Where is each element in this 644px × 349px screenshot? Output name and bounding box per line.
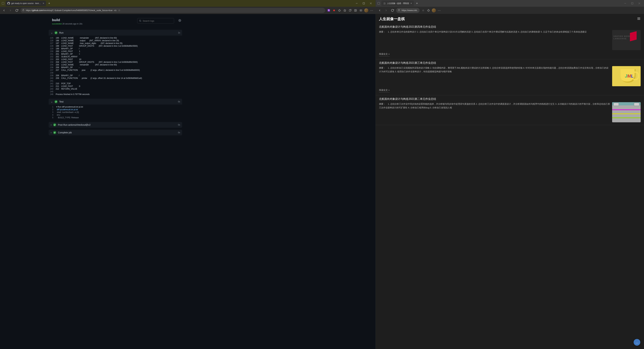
log-line: 226196 LOAD_NAME output (INT_ARRAY, decl… — [49, 39, 182, 42]
onenote-ext-icon[interactable]: N — [326, 8, 331, 13]
log-line: 232202 SUBSCR_ARRAY — [49, 55, 182, 58]
forward-button[interactable] — [384, 8, 389, 13]
post-thumb: JML — [612, 66, 641, 86]
favorites-icon[interactable] — [342, 8, 347, 13]
favorite-icon[interactable]: ☆ — [420, 8, 426, 13]
chevron-down-icon: ⌄ — [51, 31, 53, 34]
log-line: 231201 BINARY_OP + — [49, 53, 182, 55]
svg-point-13 — [180, 20, 180, 21]
log-line: 227197 LOAD_NAME max_output_digits (INT,… — [49, 42, 182, 45]
url-input[interactable]: https://github.com/kevintsq/C-Subset-Com… — [20, 8, 325, 13]
collections-icon[interactable] — [348, 8, 353, 13]
step-complete-header[interactable]: › Complete job 0s — [49, 130, 182, 135]
settings-gear-icon[interactable] — [178, 18, 182, 23]
log-line: 229199 BINARY_OP / — [49, 47, 182, 50]
back-button[interactable] — [1, 8, 7, 13]
svg-marker-5 — [344, 9, 346, 12]
log-line: 246Process finished in 0.797798 seconds — [49, 93, 182, 96]
log-line: 228198 LOAD_FAST GROUP_DIGITS (INT, decl… — [49, 45, 182, 47]
read-more-link[interactable]: 阅读全文 » — [379, 88, 390, 93]
close-window-button[interactable] — [368, 1, 374, 6]
lock-icon — [22, 9, 24, 12]
check-icon — [54, 31, 58, 34]
post-excerpt: 摘要： 1. 总结本单元作业的架构设计 2. 总结自己在四个单元中架构设计及OO… — [379, 30, 610, 34]
maximize-button[interactable] — [360, 1, 367, 6]
blog-post: 北航面向对象设计与构造2021第四单元作业总结 摘要： 1. 总结本单元作业的架… — [376, 23, 644, 59]
read-more-link[interactable]: 阅读全文 » — [379, 52, 390, 56]
player-icon[interactable] — [358, 8, 364, 13]
minimize-button[interactable] — [353, 1, 360, 6]
check-icon — [53, 123, 56, 126]
url-text: https://www.cnb… — [402, 9, 418, 12]
hamburger-icon[interactable] — [637, 17, 641, 21]
new-tab-button[interactable]: + — [415, 2, 419, 5]
log-line: 243211 LOAD_FAST 0 — [49, 85, 182, 88]
step-test-header[interactable]: ⌄ Test 0s — [49, 99, 182, 105]
close-window-button[interactable] — [636, 1, 643, 6]
profile-avatar[interactable] — [364, 8, 369, 13]
check-icon — [53, 131, 56, 134]
record-ext-icon[interactable] — [332, 8, 336, 13]
maximize-button[interactable] — [629, 1, 636, 6]
extensions-icon[interactable] — [337, 8, 342, 13]
browser-tab[interactable]: ◳ 人生就像一盘棋 - 博客园 ✕ — [381, 1, 414, 6]
post-title[interactable]: 北航面向对象设计与构造2021第三单元作业总结 — [379, 61, 641, 65]
browser-tab[interactable]: get ready to open source · kevint… ✕ — [6, 1, 46, 6]
svg-rect-1 — [363, 3, 364, 4]
github-icon — [8, 2, 10, 5]
forward-button[interactable] — [8, 8, 13, 13]
log-line: 236206 BINARY_OP - — [49, 66, 182, 69]
step-run-header[interactable]: ⌄ Run 1s — [49, 30, 182, 36]
reload-button[interactable] — [14, 8, 20, 13]
screenshot-icon[interactable] — [353, 8, 358, 13]
minimize-button[interactable] — [622, 1, 628, 6]
post-title[interactable]: 北航面向对象设计与构造2021第二单元作业总结 — [379, 97, 641, 101]
menu-icon[interactable]: ⋯ — [437, 8, 442, 13]
titlebar-left: get ready to open source · kevint… ✕ + — [0, 0, 376, 7]
svg-line-12 — [141, 21, 141, 22]
svg-rect-15 — [632, 3, 633, 4]
log-line: 245 — [49, 90, 182, 93]
log-line: 244212 RETURN_VALUE — [49, 88, 182, 90]
fab-button[interactable]: … — [634, 339, 640, 346]
post-thumb: UNIFIED MODELING LANGUAGE — [612, 30, 641, 50]
translate-icon[interactable]: aあ — [114, 9, 117, 12]
profile-avatar[interactable] — [431, 8, 436, 13]
address-bar: https://github.com/kevintsq/C-Subset-Com… — [0, 7, 376, 14]
step-postrun-header[interactable]: › Post Run actions/checkout@v2 0s — [49, 122, 182, 128]
log-line: 4 env: — [49, 114, 182, 116]
post-excerpt: 摘要： 1. 总结分析自己实现规格所采取的设计策略 2. 结合课程内容，整理基于… — [379, 66, 610, 74]
blog-post: 北航面向对象设计与构造2021第二单元作业总结 摘要： 1. 总结分析三次作业中… — [376, 95, 644, 125]
log-line: 225195 LOAD_NAME remainder (INT, declare… — [49, 37, 182, 39]
chevron-right-icon: › — [51, 131, 52, 134]
new-tab-button[interactable]: + — [47, 2, 52, 5]
log-line: 3 shell: /usr/bin/bash -e {0} — [49, 111, 182, 114]
reload-button[interactable] — [390, 8, 395, 13]
workflow-header: build succeeded 28 seconds ago in 16s — [49, 17, 182, 28]
blog-content: 人生就像一盘棋 北航面向对象设计与构造2021第四单元作业总结 摘要： 1. 总… — [376, 14, 644, 349]
site-icon: ◳ — [383, 2, 386, 5]
log-line: 2 diff pcoderesult.txt pi.txt — [49, 108, 182, 111]
menu-icon[interactable]: ⋯ — [369, 8, 374, 13]
log-line: 234204 LOAD_FAST GROUP_DIGITS (INT, decl… — [49, 61, 182, 64]
close-tab-icon[interactable]: ✕ — [410, 2, 412, 5]
favorite-icon[interactable]: ☆ — [118, 9, 120, 12]
svg-point-8 — [355, 10, 356, 10]
titlebar-right: ◳ 人生就像一盘棋 - 博客园 ✕ + — [376, 0, 644, 7]
tab-overview-button[interactable] — [1, 2, 5, 5]
svg-rect-6 — [349, 10, 351, 11]
back-button[interactable] — [377, 8, 382, 13]
log-line: 241 — [49, 80, 182, 82]
log-line: 235205 LOAD_NAME remainder (INT, declare… — [49, 64, 182, 66]
lock-icon — [398, 9, 400, 12]
post-thumb: North areaSouth area — [612, 102, 641, 122]
post-title[interactable]: 北航面向对象设计与构造2021第四单元作业总结 — [379, 25, 641, 29]
url-input[interactable]: https://www.cnb… — [396, 8, 420, 13]
close-tab-icon[interactable]: ✕ — [42, 2, 44, 5]
tab-overview-button[interactable] — [377, 2, 380, 5]
blog-title[interactable]: 人生就像一盘棋 — [379, 17, 405, 22]
search-logs-input[interactable] — [137, 18, 174, 24]
extensions-icon[interactable] — [426, 8, 431, 13]
search-icon — [139, 20, 142, 22]
tab-title: 人生就像一盘棋 - 博客园 — [387, 2, 409, 5]
